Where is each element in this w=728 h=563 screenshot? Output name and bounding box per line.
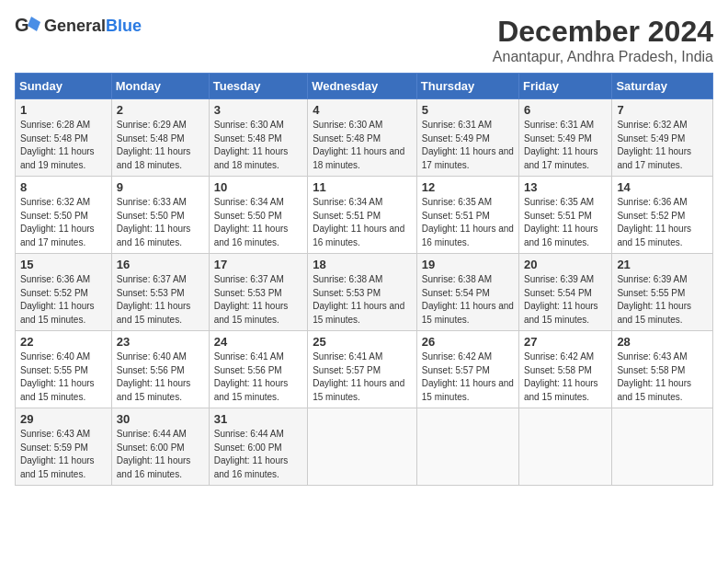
col-header-thursday: Thursday bbox=[416, 74, 518, 99]
day-info: Sunrise: 6:33 AMSunset: 5:50 PMDaylight:… bbox=[117, 196, 204, 249]
calendar-cell: 23Sunrise: 6:40 AMSunset: 5:56 PMDayligh… bbox=[111, 331, 209, 408]
day-info: Sunrise: 6:30 AMSunset: 5:48 PMDaylight:… bbox=[214, 119, 302, 172]
day-info: Sunrise: 6:38 AMSunset: 5:54 PMDaylight:… bbox=[422, 273, 514, 327]
calendar-cell: 12Sunrise: 6:35 AMSunset: 5:51 PMDayligh… bbox=[416, 177, 518, 254]
calendar-cell bbox=[308, 408, 417, 486]
calendar-cell: 13Sunrise: 6:35 AMSunset: 5:51 PMDayligh… bbox=[518, 177, 611, 254]
col-header-sunday: Sunday bbox=[16, 74, 112, 99]
calendar-cell: 5Sunrise: 6:31 AMSunset: 5:49 PMDaylight… bbox=[416, 99, 518, 177]
calendar-cell: 11Sunrise: 6:34 AMSunset: 5:51 PMDayligh… bbox=[308, 177, 417, 254]
day-number: 4 bbox=[313, 103, 412, 117]
day-number: 15 bbox=[20, 258, 107, 271]
day-number: 12 bbox=[422, 180, 514, 194]
day-number: 6 bbox=[524, 103, 607, 117]
day-info: Sunrise: 6:39 AMSunset: 5:55 PMDaylight:… bbox=[617, 273, 708, 327]
day-number: 21 bbox=[617, 258, 708, 271]
logo-general: General bbox=[44, 17, 106, 35]
calendar-cell: 30Sunrise: 6:44 AMSunset: 6:00 PMDayligh… bbox=[111, 408, 209, 486]
calendar-cell: 22Sunrise: 6:40 AMSunset: 5:55 PMDayligh… bbox=[16, 331, 112, 408]
day-info: Sunrise: 6:37 AMSunset: 5:53 PMDaylight:… bbox=[214, 273, 302, 327]
day-info: Sunrise: 6:31 AMSunset: 5:49 PMDaylight:… bbox=[524, 119, 607, 172]
day-number: 20 bbox=[524, 258, 607, 271]
day-number: 25 bbox=[313, 335, 412, 349]
day-info: Sunrise: 6:34 AMSunset: 5:50 PMDaylight:… bbox=[214, 196, 302, 249]
calendar-cell: 7Sunrise: 6:32 AMSunset: 5:49 PMDaylight… bbox=[612, 99, 713, 177]
day-info: Sunrise: 6:32 AMSunset: 5:50 PMDaylight:… bbox=[20, 196, 107, 249]
col-header-monday: Monday bbox=[111, 74, 209, 99]
title-block: December 2024 Anantapur, Andhra Pradesh,… bbox=[493, 15, 713, 65]
calendar-cell bbox=[518, 408, 611, 486]
day-info: Sunrise: 6:40 AMSunset: 5:55 PMDaylight:… bbox=[20, 350, 107, 404]
day-number: 8 bbox=[20, 180, 107, 194]
calendar-cell: 24Sunrise: 6:41 AMSunset: 5:56 PMDayligh… bbox=[209, 331, 307, 408]
day-info: Sunrise: 6:29 AMSunset: 5:48 PMDaylight:… bbox=[117, 119, 204, 172]
calendar-cell: 8Sunrise: 6:32 AMSunset: 5:50 PMDaylight… bbox=[16, 177, 112, 254]
calendar-cell: 3Sunrise: 6:30 AMSunset: 5:48 PMDaylight… bbox=[209, 99, 307, 177]
day-info: Sunrise: 6:44 AMSunset: 6:00 PMDaylight:… bbox=[214, 428, 302, 481]
day-number: 28 bbox=[617, 335, 708, 349]
day-number: 19 bbox=[422, 258, 514, 271]
logo: G GeneralBlue bbox=[15, 15, 142, 37]
col-header-tuesday: Tuesday bbox=[209, 74, 307, 99]
day-number: 2 bbox=[117, 103, 204, 117]
day-number: 10 bbox=[214, 180, 302, 194]
day-info: Sunrise: 6:39 AMSunset: 5:54 PMDaylight:… bbox=[524, 273, 607, 327]
day-info: Sunrise: 6:37 AMSunset: 5:53 PMDaylight:… bbox=[117, 273, 204, 327]
day-info: Sunrise: 6:35 AMSunset: 5:51 PMDaylight:… bbox=[422, 196, 514, 249]
day-number: 30 bbox=[117, 412, 204, 426]
day-number: 5 bbox=[422, 103, 514, 117]
day-info: Sunrise: 6:41 AMSunset: 5:56 PMDaylight:… bbox=[214, 350, 302, 404]
page-header: G GeneralBlue December 2024 Anantapur, A… bbox=[15, 15, 713, 65]
calendar-cell: 19Sunrise: 6:38 AMSunset: 5:54 PMDayligh… bbox=[416, 254, 518, 331]
day-number: 13 bbox=[524, 180, 607, 194]
day-number: 17 bbox=[214, 258, 302, 271]
day-info: Sunrise: 6:34 AMSunset: 5:51 PMDaylight:… bbox=[313, 196, 412, 249]
day-info: Sunrise: 6:36 AMSunset: 5:52 PMDaylight:… bbox=[20, 273, 107, 327]
day-number: 14 bbox=[617, 180, 708, 194]
day-info: Sunrise: 6:36 AMSunset: 5:52 PMDaylight:… bbox=[617, 196, 708, 249]
calendar-cell: 9Sunrise: 6:33 AMSunset: 5:50 PMDaylight… bbox=[111, 177, 209, 254]
day-number: 24 bbox=[214, 335, 302, 349]
calendar-cell: 29Sunrise: 6:43 AMSunset: 5:59 PMDayligh… bbox=[16, 408, 112, 486]
calendar-cell: 25Sunrise: 6:41 AMSunset: 5:57 PMDayligh… bbox=[308, 331, 417, 408]
calendar-subtitle: Anantapur, Andhra Pradesh, India bbox=[493, 49, 713, 65]
day-number: 16 bbox=[117, 258, 204, 271]
day-number: 1 bbox=[20, 103, 107, 117]
day-number: 7 bbox=[617, 103, 708, 117]
day-number: 31 bbox=[214, 412, 302, 426]
calendar-cell: 20Sunrise: 6:39 AMSunset: 5:54 PMDayligh… bbox=[518, 254, 611, 331]
calendar-cell: 27Sunrise: 6:42 AMSunset: 5:58 PMDayligh… bbox=[518, 331, 611, 408]
day-info: Sunrise: 6:42 AMSunset: 5:57 PMDaylight:… bbox=[422, 350, 514, 404]
calendar-cell: 31Sunrise: 6:44 AMSunset: 6:00 PMDayligh… bbox=[209, 408, 307, 486]
day-number: 3 bbox=[214, 103, 302, 117]
day-info: Sunrise: 6:44 AMSunset: 6:00 PMDaylight:… bbox=[117, 428, 204, 481]
calendar-cell: 1Sunrise: 6:28 AMSunset: 5:48 PMDaylight… bbox=[16, 99, 112, 177]
col-header-wednesday: Wednesday bbox=[308, 74, 417, 99]
col-header-saturday: Saturday bbox=[612, 74, 713, 99]
day-number: 11 bbox=[313, 180, 412, 194]
day-info: Sunrise: 6:40 AMSunset: 5:56 PMDaylight:… bbox=[117, 350, 204, 404]
calendar-table: SundayMondayTuesdayWednesdayThursdayFrid… bbox=[15, 73, 713, 486]
day-info: Sunrise: 6:30 AMSunset: 5:48 PMDaylight:… bbox=[313, 119, 412, 172]
logo-blue: Blue bbox=[106, 17, 142, 35]
calendar-cell: 14Sunrise: 6:36 AMSunset: 5:52 PMDayligh… bbox=[612, 177, 713, 254]
calendar-cell: 2Sunrise: 6:29 AMSunset: 5:48 PMDaylight… bbox=[111, 99, 209, 177]
calendar-cell: 4Sunrise: 6:30 AMSunset: 5:48 PMDaylight… bbox=[308, 99, 417, 177]
calendar-cell: 28Sunrise: 6:43 AMSunset: 5:58 PMDayligh… bbox=[612, 331, 713, 408]
calendar-cell: 16Sunrise: 6:37 AMSunset: 5:53 PMDayligh… bbox=[111, 254, 209, 331]
calendar-cell: 26Sunrise: 6:42 AMSunset: 5:57 PMDayligh… bbox=[416, 331, 518, 408]
day-info: Sunrise: 6:41 AMSunset: 5:57 PMDaylight:… bbox=[313, 350, 412, 404]
col-header-friday: Friday bbox=[518, 74, 611, 99]
day-number: 9 bbox=[117, 180, 204, 194]
calendar-cell: 6Sunrise: 6:31 AMSunset: 5:49 PMDaylight… bbox=[518, 99, 611, 177]
day-number: 26 bbox=[422, 335, 514, 349]
svg-text:G: G bbox=[15, 15, 29, 35]
day-info: Sunrise: 6:42 AMSunset: 5:58 PMDaylight:… bbox=[524, 350, 607, 404]
day-number: 29 bbox=[20, 412, 107, 426]
day-info: Sunrise: 6:43 AMSunset: 5:59 PMDaylight:… bbox=[20, 428, 107, 481]
day-info: Sunrise: 6:32 AMSunset: 5:49 PMDaylight:… bbox=[617, 119, 708, 172]
day-number: 22 bbox=[20, 335, 107, 349]
day-number: 23 bbox=[117, 335, 204, 349]
day-number: 27 bbox=[524, 335, 607, 349]
svg-marker-1 bbox=[28, 17, 40, 31]
